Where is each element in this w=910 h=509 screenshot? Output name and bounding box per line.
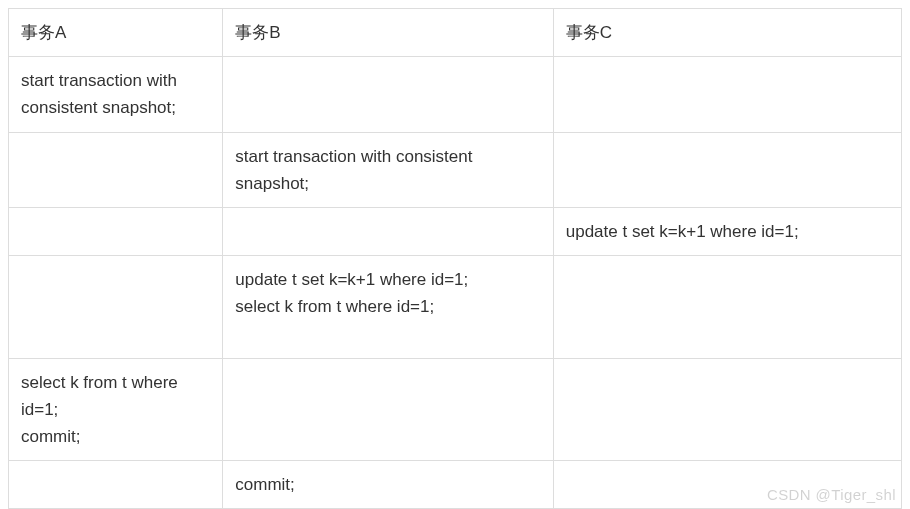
table-row: select k from t where id=1;commit; bbox=[9, 358, 902, 461]
cell-b bbox=[223, 207, 553, 255]
table-header-row: 事务A 事务B 事务C bbox=[9, 9, 902, 57]
cell-a bbox=[9, 207, 223, 255]
cell-b: commit; bbox=[223, 461, 553, 509]
cell-c bbox=[553, 256, 901, 359]
cell-c bbox=[553, 461, 901, 509]
cell-a: start transaction with consistent snapsh… bbox=[9, 57, 223, 132]
transaction-table: 事务A 事务B 事务C start transaction with consi… bbox=[8, 8, 902, 509]
cell-b: start transaction with consistent snapsh… bbox=[223, 132, 553, 207]
cell-a bbox=[9, 256, 223, 359]
table-row: start transaction with consistent snapsh… bbox=[9, 132, 902, 207]
cell-a bbox=[9, 461, 223, 509]
table-row: update t set k=k+1 where id=1; bbox=[9, 207, 902, 255]
header-transaction-c: 事务C bbox=[553, 9, 901, 57]
cell-b bbox=[223, 358, 553, 461]
cell-b bbox=[223, 57, 553, 132]
header-transaction-b: 事务B bbox=[223, 9, 553, 57]
table-row: update t set k=k+1 where id=1;select k f… bbox=[9, 256, 902, 359]
table-row: commit; bbox=[9, 461, 902, 509]
header-transaction-a: 事务A bbox=[9, 9, 223, 57]
table-row: start transaction with consistent snapsh… bbox=[9, 57, 902, 132]
cell-c bbox=[553, 132, 901, 207]
cell-c bbox=[553, 57, 901, 132]
cell-b: update t set k=k+1 where id=1;select k f… bbox=[223, 256, 553, 359]
cell-c: update t set k=k+1 where id=1; bbox=[553, 207, 901, 255]
cell-c bbox=[553, 358, 901, 461]
cell-a: select k from t where id=1;commit; bbox=[9, 358, 223, 461]
cell-a bbox=[9, 132, 223, 207]
